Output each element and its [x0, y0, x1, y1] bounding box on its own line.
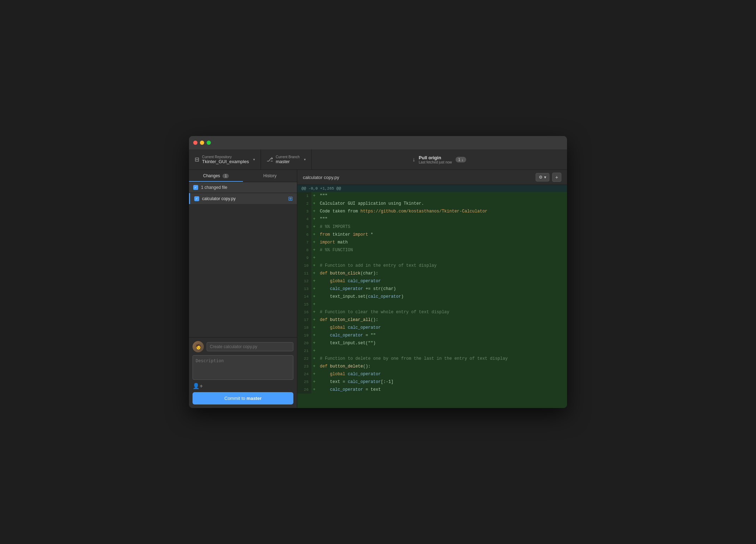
diff-line: 17 + def button_clear_all():: [297, 316, 567, 324]
app-window: ⊟ Current Repository Tkinter_GUI_example…: [189, 136, 567, 408]
diff-filename: calculator copy.py: [303, 175, 339, 180]
list-item[interactable]: calculator copy.py ⊞: [189, 193, 297, 204]
diff-settings-button[interactable]: ⚙ ▾: [536, 173, 549, 181]
line-number: 19: [297, 332, 311, 339]
avatar-image: 🧑: [193, 341, 204, 352]
branch-icon: ⎇: [267, 156, 273, 163]
line-number: 15: [297, 301, 311, 308]
pull-title: Pull origin: [419, 155, 452, 160]
sidebar: Changes 1 History 1 changed file calcula…: [189, 170, 297, 408]
diff-line: 20 + text_input.set(""): [297, 339, 567, 347]
line-number: 22: [297, 355, 311, 363]
close-button[interactable]: [193, 141, 197, 145]
branch-label: Current Branch: [276, 155, 300, 159]
diff-line: 23 + def button_delete():: [297, 363, 567, 370]
line-number: 5: [297, 223, 311, 231]
diff-line: 2 + Calculator GUI application using Tki…: [297, 200, 567, 208]
line-number: 4: [297, 215, 311, 223]
commit-button-prefix: Commit to: [224, 396, 246, 401]
current-repository-section[interactable]: ⊟ Current Repository Tkinter_GUI_example…: [189, 149, 261, 169]
add-coauthor-button[interactable]: 👤+: [193, 383, 203, 389]
diff-line: 3 + Code taken from https://github.com/k…: [297, 208, 567, 215]
diff-header: calculator copy.py ⚙ ▾ +: [297, 170, 567, 185]
maximize-button[interactable]: [207, 141, 211, 145]
diff-line: 25 + text = calc_operator[:-1]: [297, 378, 567, 386]
repo-chevron-icon: ▾: [253, 157, 255, 161]
line-number: 8: [297, 246, 311, 254]
file-list: calculator copy.py ⊞: [189, 193, 297, 337]
line-number: 24: [297, 370, 311, 378]
diff-line: 19 + calc_operator = "": [297, 332, 567, 339]
file-checkbox[interactable]: [194, 196, 199, 201]
diff-hunk-header: @@ -0,0 +1,265 @@: [297, 185, 567, 192]
branch-name: master: [276, 159, 300, 164]
diff-line: 24 + global calc_operator: [297, 370, 567, 378]
line-number: 1: [297, 192, 311, 200]
line-number: 12: [297, 277, 311, 285]
diff-line: 9 +: [297, 254, 567, 262]
commit-section: 🧑 👤+ Commit to master: [189, 337, 297, 408]
diff-content[interactable]: @@ -0,0 +1,265 @@ 1 + """ 2 + Calculator…: [297, 185, 567, 408]
line-number: 10: [297, 262, 311, 270]
repo-icon: ⊟: [195, 156, 199, 163]
pull-icon: ↓: [413, 156, 415, 163]
changes-badge: 1: [222, 174, 229, 178]
line-number: 11: [297, 270, 311, 277]
pull-badge: 1 ↓: [456, 157, 467, 162]
current-branch-section[interactable]: ⎇ Current Branch master ▾: [261, 149, 312, 169]
pull-origin-section[interactable]: ↓ Pull origin Last fetched just now 1 ↓: [312, 149, 567, 169]
diff-area: calculator copy.py ⚙ ▾ + @@ -0,0 +1,265 …: [297, 170, 567, 408]
line-number: 9: [297, 254, 311, 262]
avatar: 🧑: [193, 341, 204, 352]
tab-changes[interactable]: Changes 1: [189, 170, 243, 182]
diff-line: 16 + # Function to clear the whole entry…: [297, 308, 567, 316]
diff-line: 22 + # Function to delete one by one fro…: [297, 355, 567, 363]
diff-line: 12 + global calc_operator: [297, 277, 567, 285]
commit-summary-input[interactable]: [207, 342, 293, 351]
gear-icon: ⚙: [539, 175, 543, 180]
diff-line: 10 + # Function to add in the entry of t…: [297, 262, 567, 270]
repo-label: Current Repository: [202, 155, 249, 159]
file-added-icon: ⊞: [288, 195, 293, 202]
diff-line: 15 +: [297, 301, 567, 308]
diff-line: 1 + """: [297, 192, 567, 200]
line-number: 18: [297, 324, 311, 332]
tabs: Changes 1 History: [189, 170, 297, 182]
branch-text: Current Branch master: [276, 155, 300, 164]
line-number: 16: [297, 308, 311, 316]
commit-footer: 👤+: [193, 383, 293, 389]
commit-button-branch: master: [246, 396, 262, 401]
tab-history[interactable]: History: [243, 170, 297, 182]
branch-chevron-icon: ▾: [304, 157, 306, 161]
diff-line: 7 + import math: [297, 239, 567, 246]
diff-controls: ⚙ ▾ +: [536, 173, 561, 182]
diff-line: 13 + calc_operator += str(char): [297, 285, 567, 293]
line-number: 3: [297, 208, 311, 215]
line-number: 13: [297, 285, 311, 293]
minimize-button[interactable]: [200, 141, 204, 145]
line-number: 7: [297, 239, 311, 246]
diff-line: 11 + def button_click(char):: [297, 270, 567, 277]
diff-line: 21 +: [297, 347, 567, 355]
repo-name: Tkinter_GUI_examples: [202, 159, 249, 164]
main-area: Changes 1 History 1 changed file calcula…: [189, 170, 567, 408]
diff-line: 18 + global calc_operator: [297, 324, 567, 332]
title-bar: [189, 136, 567, 149]
commit-description-input[interactable]: [193, 355, 293, 380]
diff-line: 6 + from tkinter import *: [297, 231, 567, 239]
commit-button[interactable]: Commit to master: [193, 392, 293, 404]
line-number: 21: [297, 347, 311, 355]
line-number: 6: [297, 231, 311, 239]
toolbar: ⊟ Current Repository Tkinter_GUI_example…: [189, 149, 567, 170]
repo-text: Current Repository Tkinter_GUI_examples: [202, 155, 249, 164]
select-all-checkbox[interactable]: [193, 185, 198, 190]
changed-count-label: 1 changed file: [201, 185, 227, 190]
line-number: 23: [297, 363, 311, 370]
commit-author-row: 🧑: [193, 341, 293, 352]
diff-line: 5 + # %% IMPORTS: [297, 223, 567, 231]
line-number: 17: [297, 316, 311, 324]
line-number: 20: [297, 339, 311, 347]
diff-line: 8 + # %% FUNCTION: [297, 246, 567, 254]
line-number: 2: [297, 200, 311, 208]
diff-add-button[interactable]: +: [552, 173, 561, 182]
